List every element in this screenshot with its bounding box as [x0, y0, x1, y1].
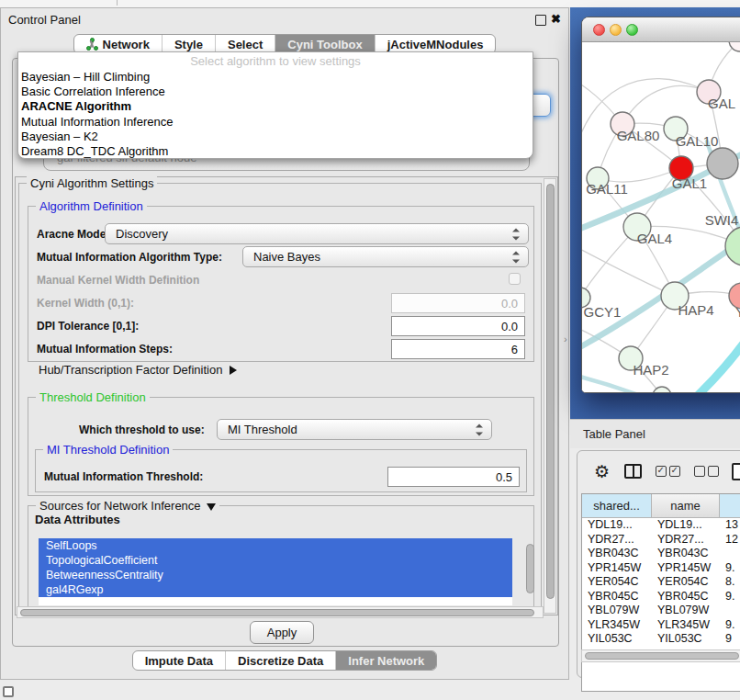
kernel-width-value: 0.0 — [501, 297, 518, 310]
panel-splitter-handle[interactable]: › — [564, 333, 567, 344]
network-canvas[interactable]: GALGAL80GAL10GAL1GAL11SWI4GAL4GCY1HAP4YH… — [582, 42, 740, 393]
expanded-arrow-icon — [207, 503, 216, 511]
table-row[interactable]: YER054CYER054C8. — [582, 575, 740, 590]
attribute-list-item[interactable]: BetweennessCentrality — [39, 568, 512, 582]
table-cell: 9. — [720, 590, 740, 604]
node-label: HAP2 — [633, 362, 668, 378]
table-row[interactable]: YBR045CYBR045C9. — [582, 590, 740, 604]
table-cell: YBL079W — [582, 604, 652, 618]
float-icon[interactable] — [535, 15, 546, 26]
dpi-tolerance-field[interactable]: 0.0 — [391, 316, 525, 336]
collapsed-panel-icon[interactable] — [3, 686, 14, 697]
table-row[interactable]: YIL053CYIL053C9 — [582, 632, 740, 647]
tab-select[interactable]: Select — [215, 35, 275, 53]
dropdown-item[interactable]: ARACNE Algorithm — [18, 99, 533, 114]
table-cell: YDR27... — [582, 533, 652, 548]
column-header[interactable]: name — [652, 494, 720, 517]
mi-steps-label: Mutual Information Steps: — [37, 343, 173, 356]
network-node[interactable] — [707, 148, 738, 179]
column-header[interactable]: A — [720, 494, 740, 517]
sources-legend[interactable]: Sources for Network Inference — [36, 499, 219, 513]
table-row[interactable]: YLR345WYLR345W9. — [582, 618, 740, 633]
node-label: Y — [735, 304, 740, 320]
tab-style[interactable]: Style — [162, 35, 215, 53]
top-tick — [117, 0, 118, 6]
dropdown-items: Bayesian – Hill ClimbingBasic Correlatio… — [18, 70, 533, 159]
mi-steps-value: 6 — [511, 343, 518, 356]
attribute-list-item[interactable]: TopologicalCoefficient — [39, 553, 512, 568]
table-horizontal-scrollbar[interactable] — [581, 649, 740, 662]
settings-vertical-scrollbar[interactable] — [544, 178, 556, 614]
data-attributes-label: Data Attributes — [35, 513, 120, 526]
manual-kernel-checkbox[interactable] — [509, 273, 521, 285]
dpi-tolerance-value: 0.0 — [501, 320, 518, 333]
table-cell: YDL19... — [582, 518, 652, 533]
minimize-light-icon[interactable] — [610, 24, 622, 36]
dropdown-item[interactable]: Bayesian – Hill Climbing — [18, 70, 533, 85]
screen: Control Panel ✖ NetworkStyleSelectCyni T… — [0, 0, 740, 700]
table-cell: 9. — [720, 618, 740, 633]
table-cell: YPR145W — [652, 561, 720, 576]
close-icon[interactable]: ✖ — [551, 12, 561, 26]
data-attributes-list[interactable]: SelfLoopsTopologicalCoefficientBetweenne… — [39, 538, 512, 605]
kernel-width-field[interactable]: 0.0 — [391, 293, 525, 313]
aracne-mode-combo[interactable]: Discovery — [105, 223, 529, 244]
dropdown-item[interactable]: Dream8 DC_TDC Algorithm — [18, 144, 533, 159]
table-cell: 9. — [720, 561, 740, 576]
tab-impute-data[interactable]: Impute Data — [133, 651, 225, 670]
attribute-list-item[interactable]: SelfLoops — [39, 538, 512, 553]
apply-button[interactable]: Apply — [250, 621, 314, 644]
settings-horizontal-scrollbar[interactable] — [17, 606, 544, 618]
tab-infer-network[interactable]: Infer Network — [335, 651, 436, 670]
network-edge[interactable] — [582, 375, 657, 393]
network-edge[interactable] — [689, 307, 740, 393]
tab-jactivemnodules[interactable]: jActiveMNodules — [375, 35, 496, 53]
hub-definition-toggle[interactable]: Hub/Transcription Factor Definition — [39, 363, 237, 377]
zoom-light-icon[interactable] — [626, 24, 638, 36]
scrollbar-thumb[interactable] — [585, 652, 739, 660]
table-row[interactable]: YPR145WYPR145W9. — [582, 561, 740, 576]
mi-steps-field[interactable]: 6 — [391, 339, 525, 359]
attributes-scrollbar[interactable] — [526, 544, 534, 593]
mi-threshold-label: Mutual Information Threshold: — [44, 470, 203, 483]
tab-discretize-data[interactable]: Discretize Data — [225, 651, 335, 670]
table-row[interactable]: YBL079WYBL079W — [582, 604, 740, 618]
gear-icon[interactable]: ⚙ — [594, 461, 610, 481]
table-cell: YLR345W — [652, 618, 720, 633]
dropdown-item[interactable]: Basic Correlation Inference — [18, 85, 533, 99]
table-row[interactable]: YDL19...YDL19...13 — [582, 518, 740, 533]
bottom-tabs-segmented: Impute DataDiscretize DataInfer Network — [132, 650, 438, 671]
table-row[interactable]: YDR27...YDR27...12 — [582, 533, 740, 548]
node-label: GCY1 — [584, 304, 622, 320]
column-header[interactable]: shared... — [582, 494, 652, 517]
tab-cyni-toolbox[interactable]: Cyni Toolbox — [275, 35, 374, 53]
scrollbar-thumb[interactable] — [20, 609, 534, 616]
dropdown-item[interactable]: Bayesian – K2 — [18, 130, 533, 144]
mi-threshold-field[interactable]: 0.5 — [387, 467, 520, 487]
table-cell: 13 — [720, 518, 740, 533]
table-row[interactable]: YBR043CYBR043C — [582, 547, 740, 561]
control-panel-window: Control Panel ✖ NetworkStyleSelectCyni T… — [0, 7, 569, 680]
close-light-icon[interactable] — [593, 24, 605, 36]
table-cell — [720, 547, 740, 561]
table-body: YDL19...YDL19...13YDR27...YDR27...12YBR0… — [582, 518, 740, 647]
network-edge[interactable] — [622, 86, 709, 124]
mi-type-combo[interactable]: Naive Bayes — [242, 246, 529, 267]
attribute-list-item[interactable]: gal4RGexp — [39, 582, 512, 597]
bottom-tabbar: Impute DataDiscretize DataInfer Network — [1, 650, 568, 671]
stepper-icon — [476, 423, 483, 435]
network-edge[interactable] — [582, 246, 675, 296]
table-cell: 12 — [720, 533, 740, 548]
network-node[interactable] — [725, 227, 740, 265]
network-edge[interactable] — [598, 168, 681, 182]
split-view-icon[interactable] — [624, 464, 642, 479]
tab-network[interactable]: Network — [74, 35, 162, 53]
document-icon[interactable] — [732, 463, 740, 480]
scrollbar-thumb[interactable] — [546, 184, 555, 599]
checked-columns-icon[interactable] — [656, 466, 680, 477]
dropdown-item[interactable]: Mutual Information Inference — [18, 115, 533, 130]
network-view-window[interactable]: GALGAL80GAL10GAL1GAL11SWI4GAL4GCY1HAP4YH… — [581, 17, 740, 393]
which-threshold-combo[interactable]: MI Threshold — [217, 419, 492, 440]
table-cell: YER054C — [582, 575, 652, 590]
unchecked-columns-icon[interactable] — [694, 466, 719, 477]
